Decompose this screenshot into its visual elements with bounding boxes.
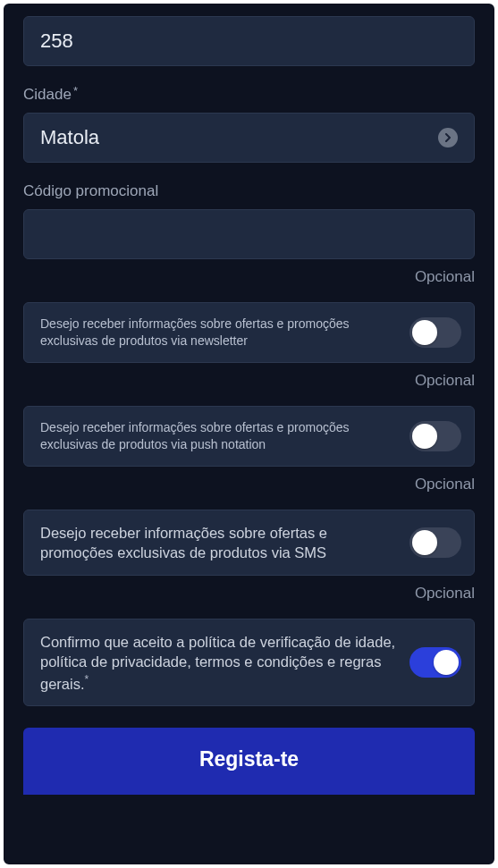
city-select[interactable]: Matola bbox=[23, 113, 475, 163]
toggle-confirm: Confirmo que aceito a política de verifi… bbox=[23, 619, 475, 706]
toggle-newsletter-hint: Opcional bbox=[23, 372, 475, 390]
city-value: Matola bbox=[40, 126, 99, 149]
register-button[interactable]: Regista-te bbox=[23, 728, 475, 795]
toggle-push: Desejo receber informações sobre ofertas… bbox=[23, 406, 475, 467]
toggle-newsletter-switch[interactable] bbox=[409, 317, 461, 348]
chevron-right-icon bbox=[438, 128, 458, 147]
toggle-sms-text: Desejo receber informações sobre ofertas… bbox=[40, 523, 397, 563]
toggle-newsletter: Desejo receber informações sobre ofertas… bbox=[23, 302, 475, 363]
toggle-confirm-switch[interactable] bbox=[409, 647, 461, 678]
promo-hint: Opcional bbox=[23, 268, 475, 286]
city-label: Cidade * bbox=[23, 86, 475, 104]
required-asterisk: * bbox=[73, 84, 78, 97]
toggle-push-switch[interactable] bbox=[409, 421, 461, 451]
promo-label-text: Código promocional bbox=[23, 182, 158, 200]
toggle-confirm-text: Confirmo que aceito a política de verifi… bbox=[40, 632, 397, 693]
toggle-newsletter-text: Desejo receber informações sobre ofertas… bbox=[40, 316, 397, 350]
phone-prefix-input[interactable] bbox=[23, 16, 475, 66]
toggle-sms-hint: Opcional bbox=[23, 585, 475, 603]
toggle-sms-switch[interactable] bbox=[409, 527, 461, 558]
promo-input[interactable] bbox=[23, 209, 475, 259]
required-asterisk: * bbox=[85, 673, 89, 686]
toggle-push-text: Desejo receber informações sobre ofertas… bbox=[40, 419, 397, 453]
toggle-push-hint: Opcional bbox=[23, 476, 475, 493]
toggle-sms: Desejo receber informações sobre ofertas… bbox=[23, 510, 475, 577]
city-label-text: Cidade bbox=[23, 86, 72, 104]
promo-label: Código promocional bbox=[23, 182, 475, 200]
